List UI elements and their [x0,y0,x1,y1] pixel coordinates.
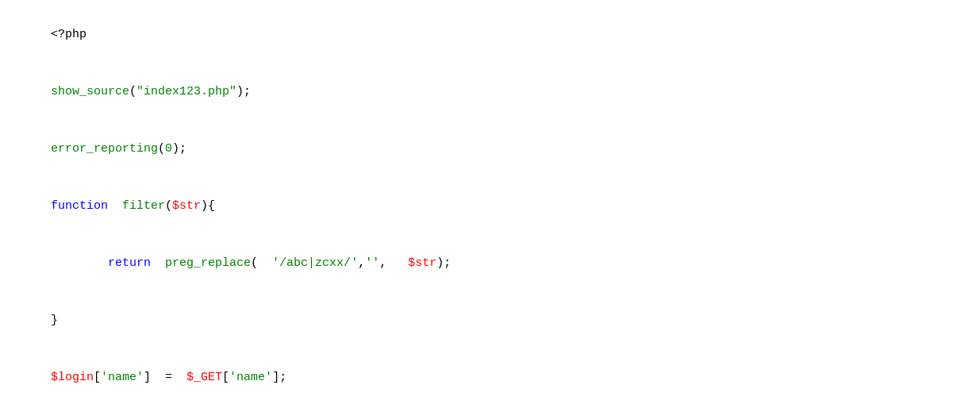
func-filter: filter [122,199,165,213]
code-line-3: error_reporting(0); [8,121,972,178]
keyword-function: function [51,199,108,213]
code-container: <?php show_source("index123.php"); error… [0,0,980,408]
string-filename: "index123.php" [136,85,236,98]
empty-string: '' [365,256,379,270]
code-line-4: function filter($str){ [8,178,972,235]
code-line-2: show_source("index123.php"); [8,64,972,121]
func-error-reporting: error_reporting [51,142,158,156]
page-wrapper: <?php show_source("index123.php"); error… [0,0,980,408]
code-line-6: } [8,292,972,349]
code-line-5: return preg_replace( '/abc|zcxx/','', $s… [8,235,972,292]
code-line-7: $login['name'] = $_GET['name']; [8,349,972,406]
func-show-source: show_source [51,85,129,98]
keyword-return: return [108,256,151,270]
regex-pattern: '/abc|zcxx/' [272,256,358,270]
func-preg-replace: preg_replace [165,256,251,270]
code-line-1: <?php [8,6,972,64]
php-open-tag: <?php [51,28,86,41]
